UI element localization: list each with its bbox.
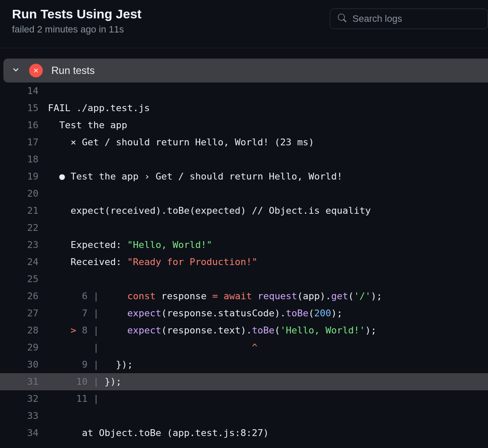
log-line[interactable]: 28 > 8 | expect(response.text).toBe('Hel… [0,322,488,339]
line-content [48,83,488,100]
line-content: 9 | }); [48,356,488,373]
line-number: 16 [0,117,48,134]
log-line[interactable]: 20 [0,185,488,202]
log-line[interactable]: 30 9 | }); [0,356,488,373]
log-line[interactable]: 16 Test the app [0,117,488,134]
title-block: Run Tests Using Jest failed 2 minutes ag… [12,7,142,35]
line-content: 6 | const response = await request(app).… [48,288,488,305]
line-number: 15 [0,100,48,117]
line-content: expect(received).toBe(expected) // Objec… [48,202,488,219]
line-number: 33 [0,407,48,424]
line-content: > 8 | expect(response.text).toBe('Hello,… [48,322,488,339]
line-number: 32 [0,390,48,407]
line-content: 11 | [48,390,488,407]
log-line[interactable]: 27 7 | expect(response.statusCode).toBe(… [0,305,488,322]
log-line[interactable]: 21 expect(received).toBe(expected) // Ob… [0,202,488,219]
line-content: at Object.toBe (app.test.js:8:27) [48,424,488,442]
line-content: ● Test the app › Get / should return Hel… [48,168,488,185]
line-number: 20 [0,185,48,202]
fail-status-icon [29,64,43,77]
header: Run Tests Using Jest failed 2 minutes ag… [0,0,488,48]
line-number: 18 [0,151,48,168]
line-number: 22 [0,219,48,236]
log-line[interactable]: 19 ● Test the app › Get / should return … [0,168,488,185]
line-content: 7 | expect(response.statusCode).toBe(200… [48,305,488,322]
status-text: failed 2 minutes ago in 11s [12,24,142,35]
line-content: Test the app [48,117,488,134]
line-content [48,151,488,168]
line-content: Received: "Ready for Production!" [48,253,488,271]
line-content [48,219,488,236]
chevron-down-icon [11,65,21,76]
line-number: 29 [0,339,48,356]
log-line[interactable]: 33 [0,407,488,424]
log-line[interactable]: 23 Expected: "Hello, World!" [0,236,488,253]
line-content: FAIL ./app.test.js [48,100,488,117]
line-number: 25 [0,271,48,288]
line-number: 27 [0,305,48,322]
log-line[interactable]: 22 [0,219,488,236]
log-line[interactable]: 17 × Get / should return Hello, World! (… [0,134,488,151]
line-content [48,185,488,202]
line-content [48,271,488,288]
line-number: 19 [0,168,48,185]
log-line[interactable]: 18 [0,151,488,168]
log-line[interactable]: 29 | ^ [0,339,488,356]
line-number: 28 [0,322,48,339]
log-section-header[interactable]: Run tests [3,59,488,83]
line-number: 31 [0,373,48,390]
line-content: × Get / should return Hello, World! (23 … [48,134,488,151]
log-output[interactable]: 1415FAIL ./app.test.js16 Test the app17 … [0,83,488,442]
search-input[interactable] [352,13,480,24]
search-box[interactable] [330,9,488,29]
line-number: 34 [0,424,48,442]
search-icon [338,14,346,24]
log-line[interactable]: 32 11 | [0,390,488,407]
log-line[interactable]: 26 6 | const response = await request(ap… [0,288,488,305]
line-number: 24 [0,253,48,271]
divider [0,48,488,48]
line-content: 10 | }); [48,373,488,390]
log-line[interactable]: 24 Received: "Ready for Production!" [0,253,488,271]
line-content [48,407,488,424]
log-line[interactable]: 14 [0,83,488,100]
section-title: Run tests [51,65,95,77]
line-number: 26 [0,288,48,305]
line-number: 17 [0,134,48,151]
log-line[interactable]: 31 10 | }); [0,373,488,390]
line-number: 14 [0,83,48,100]
line-number: 23 [0,236,48,253]
log-line[interactable]: 25 [0,271,488,288]
line-number: 30 [0,356,48,373]
page-title: Run Tests Using Jest [12,7,142,21]
line-number: 21 [0,202,48,219]
log-line[interactable]: 34 at Object.toBe (app.test.js:8:27) [0,424,488,442]
line-content: | ^ [48,339,488,356]
line-content: Expected: "Hello, World!" [48,236,488,253]
log-line[interactable]: 15FAIL ./app.test.js [0,100,488,117]
